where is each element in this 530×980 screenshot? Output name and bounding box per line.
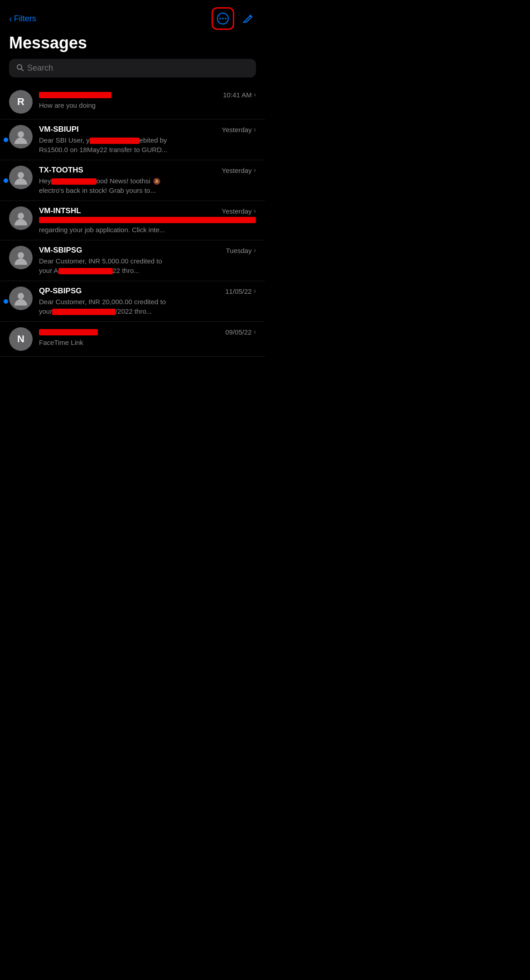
top-bar: ‹ Filters [9, 7, 256, 30]
svg-point-10 [18, 293, 24, 299]
header: ‹ Filters [0, 0, 265, 30]
chevron-right-icon: › [254, 328, 256, 336]
message-time: Yesterday › [222, 207, 256, 215]
message-header-row: QP-SBIPSG 11/05/22 › [39, 287, 256, 296]
chevron-right-icon: › [254, 125, 256, 134]
compose-icon [241, 12, 254, 25]
messages-list: R 10:41 AM › How are you doing [0, 85, 265, 357]
more-circle-icon [217, 12, 229, 25]
avatar [9, 246, 33, 269]
more-button[interactable] [215, 10, 231, 27]
more-button-highlight [212, 7, 234, 30]
message-preview: How are you doing [39, 100, 256, 110]
compose-button[interactable] [240, 10, 256, 27]
content-redacted-bar [39, 217, 256, 223]
chevron-right-icon: › [254, 207, 256, 215]
search-bar-container [0, 59, 265, 85]
chevron-left-icon: ‹ [9, 14, 12, 24]
message-sender: TX-TOOTHS [39, 166, 83, 175]
unread-indicator [4, 178, 8, 183]
svg-point-7 [18, 172, 24, 178]
message-preview: Dear Customer, INR 5,000.00 credited to … [39, 256, 256, 275]
chevron-right-icon: › [254, 246, 256, 254]
content-redacted-bar [52, 309, 116, 315]
message-header-row: VM-SBIUPI Yesterday › [39, 125, 256, 134]
chevron-right-icon: › [254, 91, 256, 99]
message-content: QP-SBIPSG 11/05/22 › Dear Customer, INR … [39, 287, 256, 316]
unread-indicator [4, 299, 8, 304]
message-time: 10:41 AM › [223, 91, 256, 99]
filters-button[interactable]: ‹ Filters [9, 14, 36, 24]
message-header-row: VM-SBIPSG Tuesday › [39, 246, 256, 255]
search-input[interactable] [27, 63, 249, 73]
message-header-row: 10:41 AM › [39, 90, 256, 99]
top-right-icons [212, 7, 256, 30]
message-content: VM-SBIPSG Tuesday › Dear Customer, INR 5… [39, 246, 256, 275]
chevron-right-icon: › [254, 287, 256, 295]
unread-indicator [4, 138, 8, 142]
message-sender [39, 90, 111, 99]
search-bar[interactable] [9, 59, 256, 77]
avatar [9, 166, 33, 189]
message-time: Tuesday › [226, 246, 256, 254]
message-sender: QP-SBIPSG [39, 287, 82, 296]
svg-point-3 [225, 18, 226, 19]
avatar [9, 206, 33, 230]
svg-point-6 [18, 131, 24, 138]
svg-point-9 [18, 252, 24, 258]
message-header-row: 09/05/22 › [39, 327, 256, 336]
avatar: N [9, 327, 33, 351]
svg-point-2 [222, 18, 224, 19]
message-preview: Dear SBI User, yebited by Rs1500.0 on 18… [39, 135, 256, 154]
message-content: 09/05/22 › FaceTime Link [39, 327, 256, 347]
message-preview: regarding your job application. Click in… [39, 217, 256, 234]
filters-label: Filters [14, 14, 36, 24]
list-item[interactable]: VM-SBIPSG Tuesday › Dear Customer, INR 5… [0, 240, 265, 281]
message-preview: Heyood News! toothsi 🔕 electro's back in… [39, 176, 256, 195]
page-title: Messages [0, 33, 265, 53]
message-preview: FaceTime Link [39, 338, 256, 347]
sender-redacted-bar [39, 92, 111, 98]
message-sender [39, 327, 98, 336]
list-item[interactable]: QP-SBIPSG 11/05/22 › Dear Customer, INR … [0, 281, 265, 322]
message-sender: VM-INTSHL [39, 206, 81, 215]
svg-point-8 [18, 213, 24, 219]
mute-icon: 🔕 [153, 178, 160, 185]
avatar [9, 287, 33, 310]
message-preview: Dear Customer, INR 20,000.00 credited to… [39, 297, 256, 316]
avatar [9, 125, 33, 148]
message-content: 10:41 AM › How are you doing [39, 90, 256, 110]
list-item[interactable]: R 10:41 AM › How are you doing [0, 85, 265, 120]
message-header-row: VM-INTSHL Yesterday › [39, 206, 256, 215]
list-item[interactable]: VM-INTSHL Yesterday › regarding your job… [0, 201, 265, 240]
chevron-right-icon: › [254, 166, 256, 174]
message-sender: VM-SBIPSG [39, 246, 82, 255]
message-time: Yesterday › [222, 166, 256, 174]
message-sender: VM-SBIUPI [39, 125, 79, 134]
list-item[interactable]: N 09/05/22 › FaceTime Link [0, 322, 265, 357]
avatar: R [9, 90, 33, 114]
search-icon [16, 64, 24, 73]
list-item[interactable]: TX-TOOTHS Yesterday › Heyood News! tooth… [0, 160, 265, 201]
sender-redacted-bar [39, 329, 98, 335]
content-redacted-bar [51, 178, 96, 185]
svg-line-5 [21, 69, 23, 71]
message-time: 09/05/22 › [225, 328, 256, 336]
list-item[interactable]: VM-SBIUPI Yesterday › Dear SBI User, yeb… [0, 120, 265, 160]
message-header-row: TX-TOOTHS Yesterday › [39, 166, 256, 175]
message-time: Yesterday › [222, 125, 256, 134]
content-redacted-bar [90, 138, 140, 144]
svg-point-1 [219, 18, 221, 19]
message-time: 11/05/22 › [225, 287, 256, 295]
content-redacted-bar [58, 268, 113, 274]
message-content: VM-SBIUPI Yesterday › Dear SBI User, yeb… [39, 125, 256, 154]
message-content: VM-INTSHL Yesterday › regarding your job… [39, 206, 256, 234]
message-content: TX-TOOTHS Yesterday › Heyood News! tooth… [39, 166, 256, 195]
